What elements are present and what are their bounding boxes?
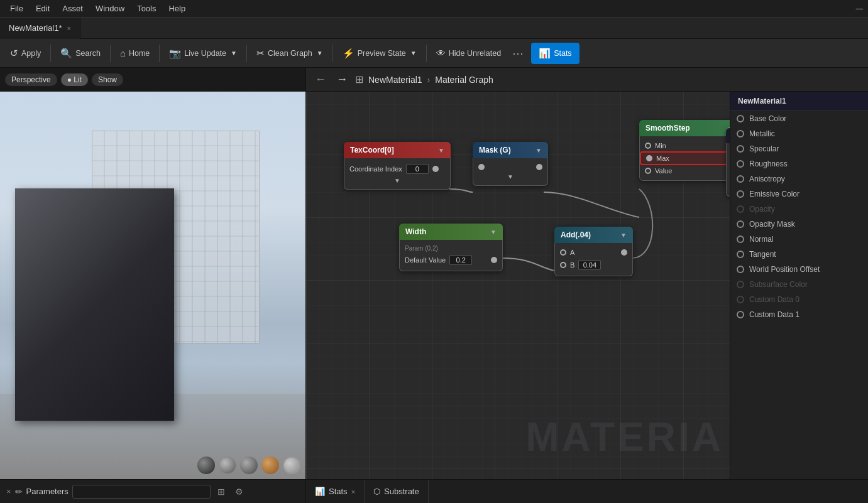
prop-row-12[interactable]: Custom Data 0 [730,292,868,307]
viewport[interactable] [0,92,305,479]
sphere-metallic[interactable] [219,457,236,474]
tab-close[interactable]: × [67,24,71,32]
sphere-matte[interactable] [197,457,215,474]
table-view-icon[interactable]: ⊞ [214,485,228,498]
prop-row-1[interactable]: Metallic [730,126,868,141]
width-out[interactable] [491,257,497,263]
node-texcoord[interactable]: TexCoord[0] ▼ Coordinate Index ▼ [344,142,451,190]
add-dropdown[interactable]: ▼ [620,232,627,239]
lit-btn[interactable]: ● Lit [61,73,88,86]
stats-tab-close[interactable]: × [351,488,355,495]
prop-row-13[interactable]: Custom Data 1 [730,307,868,322]
parameters-search-input[interactable] [72,485,211,499]
stats-button[interactable]: 📊 Stats [531,43,580,64]
sphere-glossy[interactable] [283,457,300,474]
show-btn[interactable]: Show [92,73,123,86]
node-width[interactable]: Width ▼ Param (0.2) Default Value [399,224,503,271]
mask-pin-in[interactable] [478,164,485,170]
prop-row-11[interactable]: Subsurface Color [730,277,868,292]
prop-row-8[interactable]: Normal [730,232,868,247]
sphere-gray[interactable] [240,457,258,474]
width-dropdown[interactable]: ▼ [490,229,497,235]
toolbar-sep-3 [159,45,160,62]
texcoord-dropdown[interactable]: ▼ [438,147,444,154]
menu-window[interactable]: Window [91,3,129,14]
graph-and-props: TexCoord[0] ▼ Coordinate Index ▼ [306,92,868,479]
smoothstep-value-in[interactable] [645,168,651,174]
prop-row-6[interactable]: Opacity [730,202,868,217]
prop-row-5[interactable]: Emissive Color [730,187,868,202]
texcoord-expand[interactable]: ▼ [344,177,450,184]
coord-index-input[interactable] [406,164,429,174]
smoothstep-min-in[interactable] [645,143,651,149]
node-mask-pin-row [473,162,547,172]
search-button[interactable]: 🔍 Search [54,43,107,64]
preview-state-arrow: ▼ [410,50,417,57]
prop-row-7[interactable]: Opacity Mask [730,217,868,232]
prop-row-3[interactable]: Roughness [730,156,868,171]
tab-material[interactable]: NewMaterial1* × [0,18,80,39]
mask-dropdown[interactable]: ▼ [536,147,542,154]
nav-back-btn[interactable]: ← [312,72,329,87]
node-mask[interactable]: Mask (G) ▼ ▼ [473,142,548,186]
properties-panel: NewMaterial1 Base ColorMetallicSpecularR… [730,92,868,479]
add-b-input[interactable] [578,260,601,270]
add-out[interactable] [621,249,627,256]
live-update-icon: 📷 [169,48,181,59]
viewport-controls: Perspective ● Lit Show [0,68,305,92]
node-smoothstep[interactable]: SmoothStep ▼ Min Max [639,120,730,181]
prop-pin-5 [737,190,744,198]
home-button[interactable]: ⌂ Home [114,43,156,64]
mask-pin-out[interactable] [536,164,542,170]
nav-forward-btn[interactable]: → [334,72,350,87]
graph-nav: ← → ⊞ NewMaterial1 › Material Graph [306,68,868,92]
prop-pin-10 [737,266,744,273]
mat-specular-row: Specular [727,170,730,181]
parameters-title: Parameters [26,487,69,496]
substrate-tab[interactable]: ⬡ Substrate [365,480,429,504]
menu-tools[interactable]: Tools [132,3,161,14]
menu-help[interactable]: Help [163,3,190,14]
hide-unrelated-button[interactable]: 👁 Hide Unrelated [430,43,507,64]
node-add[interactable]: Add(.04) ▼ A B [554,227,633,276]
graph-canvas[interactable]: TexCoord[0] ▼ Coordinate Index ▼ [306,92,730,479]
apply-button[interactable]: ↺ Apply [4,43,47,64]
width-default-input[interactable] [449,255,472,265]
node-add-body: A B [554,243,633,276]
prop-row-9[interactable]: Tangent [730,247,868,262]
left-bottom-panel: × ✏ Parameters ⊞ ⚙ [0,479,306,503]
mask-expand[interactable]: ▼ [473,173,547,180]
prop-row-4[interactable]: Anisotropy [730,171,868,187]
panel-close-button[interactable]: × [6,487,11,496]
node-material[interactable]: NewMaterial1 Base Color Metallic [726,128,730,197]
breadcrumb-subtitle: Material Graph [435,75,493,85]
perspective-btn[interactable]: Perspective [5,73,57,86]
prop-row-2[interactable]: Specular [730,141,868,156]
live-update-button[interactable]: 📷 Live Update ▼ [163,43,243,64]
prop-row-10[interactable]: World Position Offset [730,262,868,277]
breadcrumb-grid-icon: ⊞ [355,73,363,85]
stats-tab[interactable]: 📊 Stats × [306,480,365,504]
prop-pin-3 [737,160,744,168]
menu-asset[interactable]: Asset [57,3,88,14]
smoothstep-max-in[interactable] [646,155,652,161]
prop-row-0[interactable]: Base Color [730,111,868,126]
prop-pin-12 [737,296,744,303]
smoothstep-max-row: Max [640,151,730,165]
menu-edit[interactable]: Edit [31,3,55,14]
node-texcoord-coord-row: Coordinate Index [344,162,450,176]
toolbar-more-button[interactable]: ⋯ [508,46,527,60]
left-panel: Perspective ● Lit Show [0,68,306,479]
menu-file[interactable]: File [5,3,28,14]
settings-icon[interactable]: ⚙ [232,485,246,498]
coord-pin-out[interactable] [432,166,439,172]
toolbar-sep-5 [332,45,333,62]
add-a-in[interactable] [560,249,566,256]
preview-state-button[interactable]: ⚡ Preview State ▼ [336,43,423,64]
add-b-in[interactable] [560,262,566,268]
breadcrumb-separator: › [427,75,431,85]
sphere-gold[interactable] [261,457,279,474]
substrate-tab-icon: ⬡ [373,487,380,496]
clean-graph-button[interactable]: ✂ Clean Graph ▼ [250,43,329,64]
window-minimize[interactable]: ─ [856,3,863,14]
